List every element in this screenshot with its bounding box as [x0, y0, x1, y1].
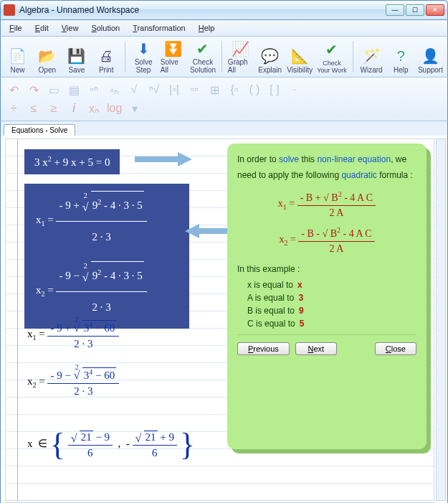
sym-redo-icon[interactable]: ↷: [27, 83, 41, 97]
equation-step1[interactable]: x1 = - 9 + 292 - 4 · 3 · 52 · 3 x2 = - 9…: [24, 184, 189, 329]
row-x: x is equal tox: [247, 280, 416, 290]
double-arrow-icon: ⏬: [163, 39, 183, 58]
tab-equations-solve[interactable]: Equations - Solve: [4, 124, 75, 136]
sym-div-icon[interactable]: ÷: [6, 102, 21, 115]
sym-log-icon[interactable]: log: [107, 102, 122, 115]
sym-box-icon[interactable]: ▭: [47, 83, 61, 97]
sym-bracket-icon[interactable]: [ ]: [267, 83, 282, 96]
sym-undo-icon[interactable]: ↶: [6, 83, 21, 97]
sym-paren-icon[interactable]: ( ): [247, 83, 262, 96]
symbol-toolbar: ↶ ↷ ▭ ▤ ▫ⁿ ▫ₙ √ ⁿ√ |▫| ▫▫ ⊞ {▫ ( ) [ ] ·…: [0, 77, 448, 121]
wizard-button[interactable]: 🪄Wizard: [359, 39, 384, 74]
explain-icon: 💬: [260, 46, 280, 66]
explain-text: In order to solve this non-linear equati…: [237, 152, 416, 183]
new-button[interactable]: 📄New: [5, 39, 30, 74]
help-button[interactable]: ?Help: [389, 39, 414, 74]
sym-i-icon[interactable]: i: [67, 102, 81, 115]
solve-all-button[interactable]: ⏬Solve All: [161, 39, 186, 74]
row-c: C is equal to5: [247, 319, 416, 329]
solve-step-button[interactable]: ⬇Solve Step: [131, 39, 156, 74]
next-button[interactable]: Next: [295, 342, 337, 355]
sym-abs-icon[interactable]: |▫|: [167, 83, 181, 96]
menu-transformation[interactable]: Transformation: [127, 22, 191, 34]
row-a: A is equal to3: [247, 293, 416, 303]
graph-icon: 📈: [230, 39, 250, 58]
open-icon: 📂: [37, 46, 57, 66]
link-quadratic[interactable]: quadratic: [341, 170, 376, 180]
explain-button[interactable]: 💬Explain: [257, 39, 282, 74]
graph-all-button[interactable]: 📈Graph All: [228, 39, 253, 74]
menu-view[interactable]: View: [56, 22, 85, 34]
sym-sup-icon[interactable]: ▫ⁿ: [87, 83, 101, 96]
support-button[interactable]: 👤Support: [418, 39, 443, 74]
row-b: B is equal to9: [247, 306, 416, 316]
link-solve[interactable]: solve: [279, 154, 299, 164]
arrow-right-icon: [135, 152, 192, 166]
equation-x2-simplified[interactable]: x2 = - 9 − 234 − 602 · 3: [27, 367, 119, 398]
title-bar: Algebra - Unnamed Workspace — ☐ ✕: [0, 0, 448, 20]
sym-sub-icon[interactable]: ▫ₙ: [107, 83, 121, 97]
sym-matrix-icon[interactable]: ⊞: [207, 83, 221, 97]
check-icon: ✔: [193, 39, 213, 58]
window-title: Algebra - Unnamed Workspace: [19, 5, 386, 15]
equation-original[interactable]: 3 x2 + 9 x + 5 = 0: [24, 149, 120, 174]
save-icon: 💾: [67, 46, 87, 66]
menu-solution[interactable]: Solution: [85, 22, 125, 34]
sym-frac-icon[interactable]: ▤: [67, 83, 81, 97]
arrow-down-icon: ⬇: [133, 39, 153, 58]
support-icon: 👤: [420, 46, 440, 66]
vertical-scrollbar[interactable]: [436, 138, 446, 501]
equation-x1-simplified[interactable]: x1 = - 9 + 234 − 602 · 3: [27, 320, 119, 350]
workspace: 3 x2 + 9 x + 5 = 0 x1 = - 9 + 292 - 4 · …: [0, 136, 448, 503]
maximize-button[interactable]: ☐: [406, 4, 424, 16]
visibility-icon: 📐: [290, 46, 310, 66]
menu-file[interactable]: File: [4, 22, 28, 34]
menu-bar: File Edit View Solution Transformation H…: [0, 20, 448, 36]
check-solution-button[interactable]: ✔Check Solution: [190, 39, 216, 74]
formula-x1: x1 = - B + √ B2 - 4 A C2 A: [237, 190, 416, 219]
panel-close-button[interactable]: Close: [375, 342, 416, 355]
sym-mixed-icon[interactable]: ▫▫: [187, 83, 201, 96]
sym-root-icon[interactable]: √: [127, 83, 141, 96]
explain-panel: In order to solve this non-linear equati…: [227, 144, 426, 449]
sym-le-icon[interactable]: ≤: [27, 102, 41, 115]
help-icon: ?: [391, 46, 411, 66]
check-work-button[interactable]: ✔Check Your Work: [317, 39, 347, 74]
new-icon: 📄: [8, 46, 28, 66]
sym-ge-icon[interactable]: ≥: [47, 102, 61, 115]
app-icon: [4, 4, 15, 16]
sym-nroot-icon[interactable]: ⁿ√: [147, 83, 161, 96]
link-nonlinear[interactable]: non-linear equation: [317, 154, 391, 164]
sym-system-icon[interactable]: {▫: [227, 83, 242, 96]
print-button[interactable]: 🖨Print: [94, 39, 119, 74]
sym-xn-icon[interactable]: xₙ: [87, 102, 101, 116]
wizard-icon: 🪄: [361, 46, 381, 66]
previous-button[interactable]: Previous: [237, 342, 290, 355]
toolbar: 📄New 📂Open 💾Save 🖨Print ⬇Solve Step ⏬Sol…: [0, 36, 448, 77]
visibility-button[interactable]: 📐Visibility: [287, 39, 313, 74]
open-button[interactable]: 📂Open: [34, 39, 59, 74]
close-button[interactable]: ✕: [426, 4, 444, 16]
menu-edit[interactable]: Edit: [29, 22, 54, 34]
example-heading: In this example :: [237, 262, 416, 278]
tab-strip: Equations - Solve: [0, 121, 448, 136]
sym-dot-icon[interactable]: ·: [287, 83, 302, 96]
print-icon: 🖨: [96, 46, 116, 66]
menu-help[interactable]: Help: [193, 22, 221, 34]
worksheet[interactable]: 3 x2 + 9 x + 5 = 0 x1 = - 9 + 292 - 4 · …: [5, 138, 434, 501]
formula-x2: x2 = - B - √ B2 - 4 A C2 A: [237, 226, 416, 255]
equation-solution-set[interactable]: x ∈ { 21 − 96 , - 21 + 96 }: [27, 426, 195, 463]
sym-down-icon[interactable]: ▾: [128, 102, 142, 116]
save-button[interactable]: 💾Save: [64, 39, 89, 74]
minimize-button[interactable]: —: [386, 4, 404, 16]
check-work-icon: ✔: [322, 39, 342, 60]
